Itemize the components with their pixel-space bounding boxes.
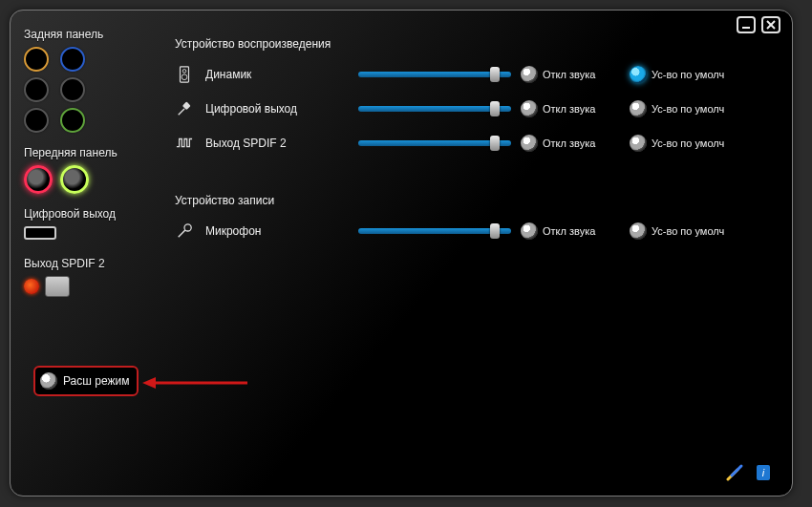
callout-arrow xyxy=(142,373,247,395)
playback-name-1: Цифровой выход xyxy=(205,102,349,116)
playback-slider-2[interactable] xyxy=(358,140,511,146)
digital-out-icon[interactable] xyxy=(24,226,56,240)
front-jack-pink[interactable] xyxy=(24,165,53,194)
record-slider-0[interactable] xyxy=(358,228,511,234)
playback-slider-1[interactable] xyxy=(358,106,511,112)
playback-mute-1[interactable]: Откл звука xyxy=(521,100,620,117)
info-icon[interactable]: i xyxy=(754,463,773,482)
spdif2-label: Выход SPDIF 2 xyxy=(24,257,165,270)
front-jack-green[interactable] xyxy=(60,165,89,194)
playback-default-2[interactable]: Ус-во по умолч xyxy=(630,135,729,152)
wave-icon xyxy=(173,135,196,152)
front-panel-label: Передняя панель xyxy=(24,146,165,159)
back-panel-jacks xyxy=(24,47,165,133)
advanced-mode-button[interactable]: Расш режим xyxy=(33,366,139,396)
record-section-title: Устройство записи xyxy=(175,194,777,207)
advanced-mode-label: Расш режим xyxy=(63,374,129,388)
playback-name-0: Динамик xyxy=(205,68,349,81)
jack-orange[interactable] xyxy=(24,47,49,72)
svg-point-7 xyxy=(182,74,187,80)
record-mute-0[interactable]: Откл звука xyxy=(521,222,620,240)
svg-marker-4 xyxy=(142,377,156,389)
spdif-port-icon[interactable] xyxy=(45,276,70,297)
jack-black1[interactable] xyxy=(24,77,49,102)
close-button[interactable] xyxy=(761,16,780,33)
digital-out-label: Цифровой выход xyxy=(24,207,165,221)
playback-mute-2[interactable]: Откл звука xyxy=(521,135,620,152)
record-row-mic: Микрофон Откл звука Ус-во по умолч xyxy=(173,217,777,245)
playback-name-2: Выход SPDIF 2 xyxy=(205,137,349,150)
playback-row-speaker: Динамик Откл звука Ус-во по умолч xyxy=(173,60,777,89)
jack-black3[interactable] xyxy=(24,108,49,133)
back-panel-label: Задняя панель xyxy=(24,28,165,41)
playback-default-1[interactable]: Ус-во по умолч xyxy=(630,100,729,117)
playback-default-0[interactable]: Ус-во по умолч xyxy=(630,66,729,83)
jack-green[interactable] xyxy=(60,108,85,133)
minimize-button[interactable] xyxy=(737,16,756,33)
playback-mute-0[interactable]: Откл звука xyxy=(521,66,620,83)
playback-slider-0[interactable] xyxy=(358,72,511,77)
speaker-icon xyxy=(173,66,196,83)
svg-point-6 xyxy=(182,70,186,74)
playback-section-title: Устройство воспроизведения xyxy=(175,37,777,51)
record-name-0: Микрофон xyxy=(205,224,349,238)
svg-point-9 xyxy=(184,224,191,231)
settings-icon[interactable] xyxy=(725,463,744,482)
jack-black2[interactable] xyxy=(60,77,85,102)
plug-icon xyxy=(173,100,196,117)
jack-blue[interactable] xyxy=(60,47,85,72)
playback-row-digital: Цифровой выход Откл звука Ус-во по умолч xyxy=(173,95,777,123)
advanced-mode-radio-icon xyxy=(40,372,57,390)
record-default-0[interactable]: Ус-во по умолч xyxy=(630,222,729,240)
playback-row-spdif: Выход SPDIF 2 Откл звука Ус-во по умолч xyxy=(173,129,777,158)
mic-icon xyxy=(173,222,196,240)
spdif-optical-icon[interactable] xyxy=(24,279,39,294)
